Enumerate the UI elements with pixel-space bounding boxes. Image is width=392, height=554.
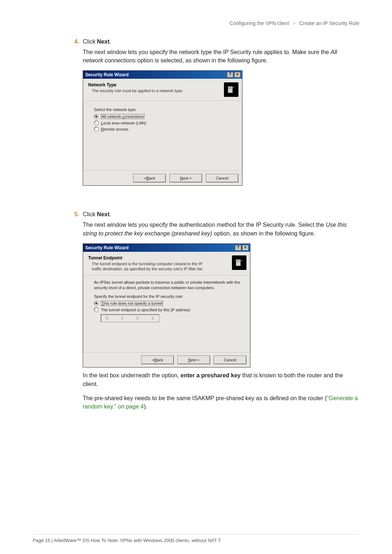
- radio-label: All network connections: [101, 114, 144, 119]
- svg-rect-5: [237, 260, 240, 261]
- breadcrumb: Configuring the VPN client > Create an I…: [33, 20, 359, 26]
- radio-local-area-network[interactable]: Local area network (LAN): [94, 120, 234, 125]
- step-number: 5.: [69, 211, 79, 218]
- step-4: 4. Click Next.: [69, 38, 359, 45]
- radio-label: This rule does not specify a tunnel: [101, 301, 163, 306]
- svg-rect-1: [229, 87, 232, 88]
- help-icon[interactable]: ?: [227, 72, 233, 78]
- dialog-titlebar: Security Rule Wizard ? ×: [83, 71, 242, 79]
- breadcrumb-page: Create an IP Security Rule: [299, 20, 360, 26]
- radio-tunnel-ip[interactable]: The tunnel endpoint is specified by this…: [94, 307, 242, 312]
- back-button[interactable]: < Back: [141, 356, 174, 364]
- close-icon[interactable]: ×: [234, 72, 241, 78]
- specify-tunnel-endpoint-label: Specify the tunnel endpoint for the IP s…: [94, 294, 242, 299]
- select-network-type-label: Select the network type:: [94, 107, 234, 112]
- dialog-header: Tunnel Endpoint The tunnel endpoint is t…: [83, 252, 250, 276]
- svg-point-3: [233, 87, 234, 88]
- dialog-title: Security Rule Wizard: [85, 245, 128, 251]
- radio-icon: [94, 301, 99, 306]
- next-button[interactable]: Next >: [170, 174, 202, 182]
- dialog-head-title: Network Type: [88, 82, 224, 87]
- radio-icon: [94, 120, 99, 125]
- step-4-description: The next window lets you specify the net…: [83, 48, 359, 65]
- radio-label: Local area network (LAN): [101, 121, 146, 125]
- cancel-button[interactable]: Cancel: [214, 356, 246, 364]
- post-dialog-paragraph-1: In the text box underneath the option, e…: [83, 371, 359, 388]
- cancel-button[interactable]: Cancel: [206, 174, 238, 182]
- server-icon: [232, 255, 246, 270]
- svg-point-7: [241, 259, 242, 261]
- post-dialog-paragraph-2: The pre-shared key needs to be the same …: [83, 394, 359, 411]
- step-instruction: Click Next.: [83, 211, 111, 218]
- radio-icon: [94, 307, 99, 312]
- dialog-titlebar: Security Rule Wizard ? ×: [83, 244, 250, 252]
- svg-rect-2: [229, 89, 232, 89]
- step-number: 4.: [69, 38, 79, 45]
- radio-icon: [94, 127, 99, 131]
- dialog-head-subtitle: The security rule must be applied to a n…: [88, 88, 212, 93]
- footer-rule: [33, 534, 359, 534]
- server-icon: [224, 82, 238, 97]
- breadcrumb-separator: >: [293, 20, 295, 26]
- dialog-intro-text: An IPSec tunnel allows packets to traver…: [94, 280, 242, 291]
- dialog-footer: < Back Next > Cancel: [83, 171, 242, 185]
- security-rule-wizard-dialog-network-type: Security Rule Wizard ? × Network Type Th…: [83, 70, 242, 186]
- radio-icon: [94, 114, 99, 119]
- dialog-head-title: Tunnel Endpoint: [88, 255, 232, 260]
- dialog-header: Network Type The security rule must be a…: [83, 79, 242, 101]
- security-rule-wizard-dialog-tunnel-endpoint: Security Rule Wizard ? × Tunnel Endpoint…: [83, 243, 250, 368]
- dialog-head-subtitle: The tunnel endpoint is the tunneling com…: [88, 261, 212, 272]
- step-5: 5. Click Next.: [69, 211, 359, 218]
- help-icon[interactable]: ?: [235, 245, 241, 251]
- radio-no-tunnel[interactable]: This rule does not specify a tunnel: [94, 301, 242, 306]
- close-icon[interactable]: ×: [242, 245, 249, 251]
- page-footer: Page 15 | AlliedWare™ OS How To Note: VP…: [33, 538, 221, 543]
- radio-remote-access[interactable]: Remote access: [94, 127, 234, 131]
- radio-all-network-connections[interactable]: All network connections: [94, 114, 234, 119]
- back-button[interactable]: < Back: [133, 174, 166, 182]
- step-5-description: The next window lets you specify the aut…: [83, 221, 359, 237]
- radio-label: Remote access: [101, 127, 128, 131]
- dialog-title: Security Rule Wizard: [85, 71, 128, 78]
- step-instruction: Click Next.: [83, 38, 111, 45]
- ip-address-input: 0. 0. 0. 0: [101, 314, 159, 322]
- svg-rect-6: [237, 261, 240, 262]
- radio-label: The tunnel endpoint is specified by this…: [101, 308, 191, 312]
- dialog-footer: < Back Next > Cancel: [83, 352, 250, 367]
- next-button[interactable]: Next >: [177, 356, 210, 364]
- breadcrumb-section: Configuring the VPN client: [229, 20, 289, 26]
